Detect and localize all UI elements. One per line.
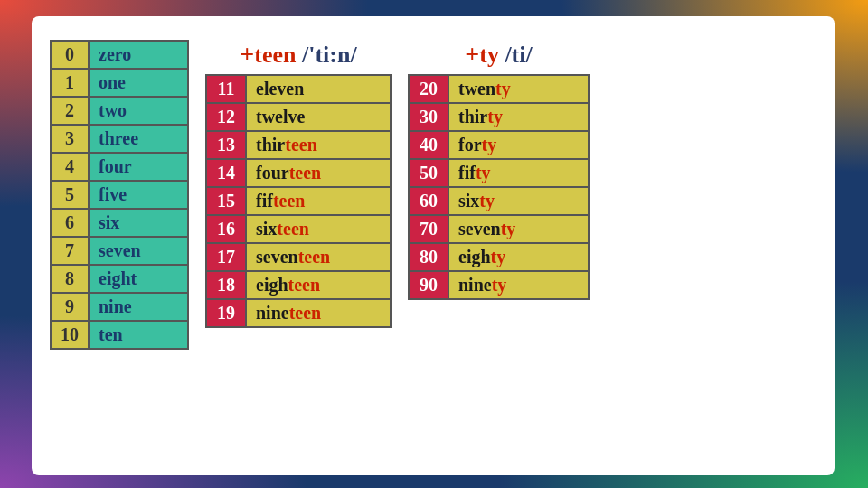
basic-num: 0 (51, 41, 89, 69)
teen-plus: + (240, 40, 254, 68)
teen-suffix: teen (288, 275, 321, 295)
teen-num: 13 (206, 131, 246, 159)
basic-row: 3 three (51, 125, 188, 153)
ty-suffix: ty (482, 135, 497, 155)
ty-word: sixty (448, 187, 589, 215)
teen-row: 16 sixteen (206, 215, 391, 243)
basic-row: 2 two (51, 97, 188, 125)
basic-word: seven (89, 237, 188, 265)
ty-num: 20 (409, 75, 448, 103)
basic-num: 8 (51, 265, 89, 293)
ty-word: forty (448, 131, 589, 159)
teen-word: fifteen (246, 187, 391, 215)
ty-row: 80 eighty (409, 243, 589, 271)
ty-row: 90 ninety (409, 271, 589, 299)
ty-suffix: ty (487, 107, 503, 127)
basic-num: 6 (51, 209, 89, 237)
basic-numbers-table: 0 zero 1 one 2 two 3 three 4 four 5 five… (50, 40, 189, 350)
basic-row: 10 ten (51, 321, 188, 349)
ty-num: 40 (409, 131, 448, 159)
basic-word: four (89, 153, 188, 181)
ty-suffix: ty (495, 79, 511, 99)
ty-word: twenty (448, 75, 589, 103)
ty-row: 40 forty (409, 131, 589, 159)
basic-word: nine (89, 293, 188, 321)
basic-word: one (89, 69, 188, 97)
teen-row: 13 thirteen (206, 131, 391, 159)
teen-suffix: teen (289, 303, 322, 323)
teen-row: 18 eighteen (206, 271, 391, 299)
basic-row: 4 four (51, 153, 188, 181)
teen-num: 15 (206, 187, 246, 215)
teen-row: 19 nineteen (206, 299, 391, 327)
ty-suffix: ty (501, 219, 516, 239)
ty-num: 80 (409, 243, 448, 271)
basic-num: 5 (51, 181, 89, 209)
teen-row: 11 eleven (206, 75, 391, 103)
teen-suffix: teen (289, 163, 322, 183)
teen-row: 17 seventeen (206, 243, 391, 271)
basic-row: 0 zero (51, 41, 188, 69)
ty-label: ty (479, 42, 499, 68)
teen-word: twelve (246, 103, 391, 131)
teen-word: fourteen (246, 159, 391, 187)
teen-num: 19 (206, 299, 246, 327)
teen-num: 16 (206, 215, 246, 243)
basic-word: two (89, 97, 188, 125)
teen-num: 11 (206, 75, 246, 103)
teen-suffix: teen (285, 135, 317, 155)
basic-row: 9 nine (51, 293, 188, 321)
teen-table: 11 eleven 12 twelve 13 thirteen 14 fourt… (205, 74, 392, 328)
basic-num: 3 (51, 125, 89, 153)
teen-row: 12 twelve (206, 103, 391, 131)
basic-word: ten (89, 321, 188, 349)
ty-suffix: ty (492, 275, 507, 295)
ty-num: 90 (409, 271, 448, 299)
content-area: 0 zero 1 one 2 two 3 three 4 four 5 five… (50, 40, 816, 350)
teen-word: thirteen (246, 131, 391, 159)
ty-plus: + (465, 40, 479, 68)
ty-num: 50 (409, 159, 448, 187)
basic-row: 6 six (51, 209, 188, 237)
ty-row: 30 thirty (409, 103, 589, 131)
teen-suffix: teen (298, 247, 331, 267)
ty-word: fifty (448, 159, 589, 187)
ty-suffix: ty (479, 191, 495, 211)
teen-word: eighteen (246, 271, 391, 299)
ty-suffix: ty (476, 163, 491, 183)
teen-section: +teen /'ti:n/ 11 eleven 12 twelve 13 thi… (205, 40, 392, 328)
ty-word: eighty (448, 243, 589, 271)
basic-row: 5 five (51, 181, 188, 209)
teen-label: teen (254, 42, 296, 68)
teen-row: 15 fifteen (206, 187, 391, 215)
basic-row: 7 seven (51, 237, 188, 265)
basic-word: five (89, 181, 188, 209)
ty-header: +ty /ti/ (408, 40, 590, 69)
basic-word: zero (89, 41, 188, 69)
basic-word: eight (89, 265, 188, 293)
teen-num: 14 (206, 159, 246, 187)
ty-suffix: ty (491, 247, 506, 267)
teen-num: 18 (206, 271, 246, 299)
ty-row: 20 twenty (409, 75, 589, 103)
ty-table: 20 twenty 30 thirty 40 forty 50 fifty 60… (408, 74, 590, 300)
ty-ipa: /ti/ (505, 42, 532, 68)
basic-num: 4 (51, 153, 89, 181)
ty-word: thirty (448, 103, 589, 131)
ty-word: ninety (448, 271, 589, 299)
basic-num: 10 (51, 321, 89, 349)
teen-header: +teen /'ti:n/ (205, 40, 392, 69)
ty-num: 70 (409, 215, 448, 243)
basic-num: 1 (51, 69, 89, 97)
basic-word: three (89, 125, 188, 153)
main-card: 0 zero 1 one 2 two 3 three 4 four 5 five… (32, 16, 835, 475)
ty-row: 50 fifty (409, 159, 589, 187)
basic-num: 2 (51, 97, 89, 125)
teen-suffix: teen (273, 191, 306, 211)
ty-num: 60 (409, 187, 448, 215)
basic-num: 7 (51, 237, 89, 265)
ty-row: 70 seventy (409, 215, 589, 243)
ty-word: seventy (448, 215, 589, 243)
basic-num: 9 (51, 293, 89, 321)
basic-row: 8 eight (51, 265, 188, 293)
